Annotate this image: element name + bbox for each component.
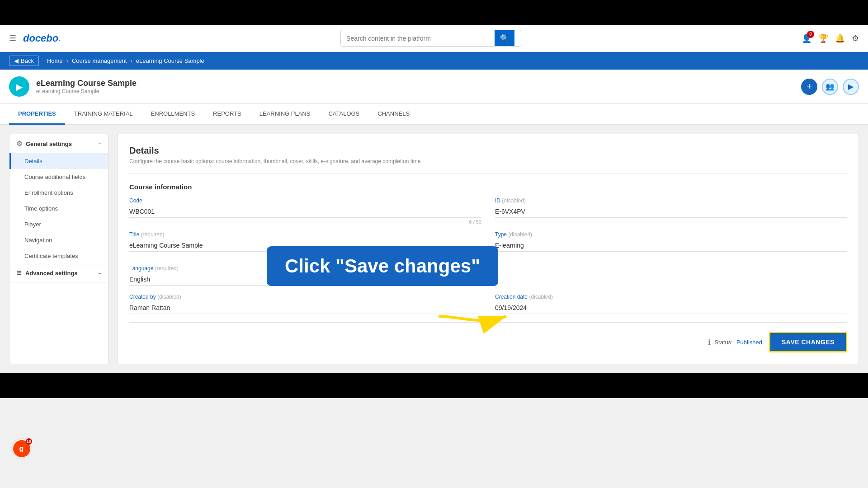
trophy-icon[interactable]: 🏆 — [818, 33, 828, 43]
sidebar-item-time[interactable]: Time options — [9, 201, 108, 216]
course-info: eLearning Course Sample eLearning Course… — [36, 79, 137, 94]
search-input[interactable] — [341, 31, 495, 46]
creation-date-disabled-label: (disabled) — [529, 294, 553, 300]
tab-channels[interactable]: CHANNELS — [368, 104, 419, 125]
creation-date-label: Creation date (disabled) — [495, 294, 847, 300]
code-label: Code — [129, 197, 481, 204]
section-course-info: Course information — [129, 183, 847, 191]
tab-learning-plans[interactable]: LEARNING PLANS — [250, 104, 320, 125]
advanced-collapse-icon: − — [98, 270, 101, 277]
info-icon[interactable]: ℹ — [708, 338, 711, 347]
breadcrumb-sep-1: › — [66, 57, 68, 64]
sidebar-general-label: General settings — [26, 141, 72, 147]
course-title: eLearning Course Sample — [36, 79, 137, 88]
created-by-label: Created by (disabled) — [129, 294, 481, 300]
course-header: ▶ eLearning Course Sample eLearning Cour… — [0, 70, 868, 104]
form-group-creation-date: Creation date (disabled) 09/19/2024 — [495, 294, 847, 315]
bell-icon[interactable]: 🔔 — [835, 33, 845, 43]
header: ☰ docebo . 🔍 👤 0 🏆 🔔 ⚙ — [0, 25, 868, 52]
status-info: ℹ Status: Published — [708, 338, 762, 347]
form-group-empty — [495, 265, 847, 287]
form-group-code: Code WBC001 6 / 50 — [129, 197, 481, 225]
sidebar-advanced-header[interactable]: ☰ Advanced settings − — [9, 264, 108, 282]
form-row-code-id: Code WBC001 6 / 50 ID (disabled) E-6VX4P… — [129, 197, 847, 225]
sidebar-advanced-section: ☰ Advanced settings − — [9, 264, 108, 282]
course-icon: ▶ — [9, 76, 29, 97]
back-button[interactable]: ◀ Back — [9, 56, 39, 66]
divider-1 — [129, 174, 847, 174]
click-overlay-tooltip: Click "Save changes" — [267, 246, 498, 286]
type-label: Type (disabled) — [495, 231, 847, 238]
tabs-container: PROPERTIES TRAINING MATERIAL ENROLLMENTS… — [0, 104, 868, 125]
sidebar-advanced-label: Advanced settings — [25, 270, 78, 277]
sidebar-general-section: ⚙ General settings − Details Course addi… — [9, 134, 108, 264]
people-icon: 👥 — [826, 82, 835, 91]
play-icon: ▶ — [848, 82, 854, 91]
user-icon-wrapper[interactable]: 👤 0 — [802, 33, 811, 43]
breadcrumb: ◀ Back Home › Course management › eLearn… — [0, 52, 868, 70]
form-group-id: ID (disabled) E-6VX4PV — [495, 197, 847, 225]
save-changes-button[interactable]: SAVE CHANGES — [769, 332, 847, 352]
creation-date-value: 09/19/2024 — [495, 302, 847, 314]
bottom-black-bar — [0, 373, 868, 398]
code-counter: 6 / 50 — [129, 219, 481, 225]
logo: docebo . — [23, 33, 60, 44]
course-header-actions: + 👥 ▶ — [801, 79, 859, 95]
advanced-icon: ☰ — [16, 270, 22, 277]
id-label: ID (disabled) — [495, 197, 847, 204]
tab-enrollments[interactable]: ENROLLMENTS — [142, 104, 204, 125]
tab-training-material[interactable]: TRAINING MATERIAL — [65, 104, 142, 125]
form-group-type: Type (disabled) E-learning — [495, 231, 847, 258]
top-black-bar — [0, 0, 868, 25]
logo-text: docebo — [23, 33, 58, 44]
created-by-disabled-label: (disabled) — [157, 294, 181, 300]
status-value: Published — [736, 339, 762, 346]
breadcrumb-sep-2: › — [130, 57, 132, 64]
breadcrumb-home[interactable]: Home — [47, 57, 63, 64]
code-value[interactable]: WBC001 — [129, 206, 481, 218]
tab-catalogs[interactable]: CATALOGS — [319, 104, 368, 125]
back-label: Back — [21, 57, 34, 64]
header-right: 👤 0 🏆 🔔 ⚙ — [802, 33, 859, 43]
sidebar: ⚙ General settings − Details Course addi… — [9, 134, 108, 364]
breadcrumb-current: eLearning Course Sample — [136, 57, 204, 64]
language-required-label: (required) — [155, 265, 179, 272]
back-arrow-icon: ◀ — [14, 57, 19, 64]
overlay-text: Click "Save changes" — [285, 255, 480, 277]
settings-icon[interactable]: ⚙ — [852, 33, 859, 43]
arrow-icon — [434, 298, 515, 334]
sidebar-item-details[interactable]: Details — [9, 153, 108, 169]
play-action-button[interactable]: ▶ — [843, 79, 859, 95]
sidebar-item-player[interactable]: Player — [9, 216, 108, 232]
gear-icon: ⚙ — [16, 140, 22, 148]
sidebar-general-header[interactable]: ⚙ General settings − — [9, 134, 108, 153]
type-value: E-learning — [495, 239, 847, 252]
arrow-container — [434, 298, 515, 336]
id-value: E-6VX4PV — [495, 206, 847, 218]
details-subtitle: Configure the course basic options: cour… — [129, 158, 847, 164]
collapse-icon: − — [98, 141, 101, 147]
search-box: 🔍 — [340, 30, 521, 47]
people-action-button[interactable]: 👥 — [822, 79, 838, 95]
title-required-label: (required) — [141, 231, 165, 238]
tab-reports[interactable]: REPORTS — [204, 104, 250, 125]
breadcrumb-course-management[interactable]: Course management — [72, 57, 127, 64]
sidebar-item-certificate[interactable]: Certificate templates — [9, 248, 108, 264]
details-title: Details — [129, 145, 847, 156]
search-container: 🔍 — [60, 30, 802, 47]
title-label: Title (required) — [129, 231, 481, 238]
search-button[interactable]: 🔍 — [495, 30, 514, 46]
sidebar-item-navigation[interactable]: Navigation — [9, 232, 108, 248]
created-by-value: Raman Rattan — [129, 302, 481, 314]
user-badge: 0 — [807, 31, 814, 38]
add-action-button[interactable]: + — [801, 79, 817, 95]
sidebar-item-additional-fields[interactable]: Course additional fields — [9, 169, 108, 185]
course-subtitle: eLearning Course Sample — [36, 88, 137, 94]
type-disabled-label: (disabled) — [508, 231, 532, 238]
id-disabled-label: (disabled) — [502, 197, 526, 204]
hamburger-icon[interactable]: ☰ — [9, 33, 16, 43]
sidebar-item-enrollment[interactable]: Enrollment options — [9, 185, 108, 201]
form-group-created-by: Created by (disabled) Raman Rattan — [129, 294, 481, 315]
tab-properties[interactable]: PROPERTIES — [9, 104, 65, 125]
status-label: Status: — [714, 339, 732, 346]
